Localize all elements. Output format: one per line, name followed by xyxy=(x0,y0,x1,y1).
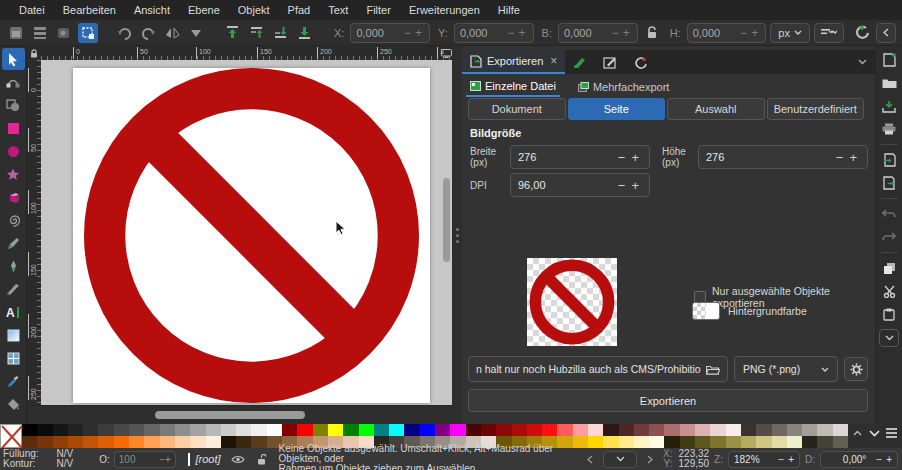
palette-swatch[interactable] xyxy=(190,436,205,448)
background-color-option[interactable]: Hintergrundfarbe xyxy=(692,302,807,320)
palette-swatch[interactable] xyxy=(680,436,695,448)
palette-swatch[interactable] xyxy=(466,424,481,436)
rotate-ccw-icon[interactable] xyxy=(114,23,134,43)
menu-item-hilfe[interactable]: Hilfe xyxy=(489,4,529,16)
tab-transform-icon[interactable] xyxy=(625,50,655,74)
lock-ratio-icon[interactable] xyxy=(642,23,662,43)
palette-swatch[interactable] xyxy=(206,424,221,436)
menu-item-objekt[interactable]: Objekt xyxy=(229,4,279,16)
palette-swatch[interactable] xyxy=(328,424,343,436)
x-minus-button[interactable]: − xyxy=(402,26,413,40)
menu-item-filter[interactable]: Filter xyxy=(357,4,399,16)
dpi-field[interactable]: 96,00 − + xyxy=(510,173,650,197)
width-field[interactable]: 0,000 − + xyxy=(558,23,638,43)
x-field[interactable]: 0,000 − + xyxy=(350,23,430,43)
menu-item-pfad[interactable]: Pfad xyxy=(279,4,320,16)
height-field[interactable]: 0,000 − + xyxy=(687,23,767,43)
current-layer-name[interactable]: [root] xyxy=(195,453,220,465)
height-plus-button[interactable]: + xyxy=(749,26,760,40)
palette-swatch[interactable] xyxy=(512,424,527,436)
flip-vertical-icon[interactable] xyxy=(186,23,206,43)
width-plus-button[interactable]: + xyxy=(621,26,632,40)
scale-options-dropdown[interactable] xyxy=(814,23,844,43)
area-dokument-button[interactable]: Dokument xyxy=(468,98,566,120)
y-field[interactable]: 0,000 − + xyxy=(454,23,534,43)
palette-swatch[interactable] xyxy=(389,424,404,436)
palette-swatch[interactable] xyxy=(420,424,435,436)
palette-swatch[interactable] xyxy=(144,436,159,448)
palette-swatch[interactable] xyxy=(251,424,266,436)
x-plus-button[interactable]: + xyxy=(413,26,424,40)
palette-swatch[interactable] xyxy=(68,424,83,436)
zoom-plus[interactable]: + xyxy=(788,454,794,465)
palette-swatch[interactable] xyxy=(726,424,741,436)
palette-swatch[interactable] xyxy=(114,436,129,448)
palette-swatch[interactable] xyxy=(496,424,511,436)
tab-mehrfachexport[interactable]: Mehrfachexport xyxy=(574,79,673,96)
palette-swatch[interactable] xyxy=(129,424,144,436)
palette-swatch[interactable] xyxy=(710,436,725,448)
calligraphy-tool[interactable] xyxy=(2,278,25,300)
select-all-layers-icon[interactable] xyxy=(30,23,50,43)
document-page[interactable] xyxy=(73,68,430,403)
palette-swatch[interactable] xyxy=(817,424,832,436)
vertical-scrollbar-thumb[interactable] xyxy=(443,178,450,262)
area-auswahl-button[interactable]: Auswahl xyxy=(667,98,765,120)
export-width-plus[interactable]: + xyxy=(628,150,642,165)
palette-swatch[interactable] xyxy=(144,424,159,436)
height-minus-button[interactable]: − xyxy=(738,26,749,40)
box3d-tool[interactable] xyxy=(2,186,25,208)
palette-swatch[interactable] xyxy=(83,436,98,448)
snap-toggle-icon[interactable] xyxy=(852,23,872,43)
palette-swatch[interactable] xyxy=(695,436,710,448)
export-icon[interactable] xyxy=(880,175,898,191)
palette-swatch[interactable] xyxy=(741,436,756,448)
palette-swatch[interactable] xyxy=(726,436,741,448)
palette-swatch[interactable] xyxy=(221,424,236,436)
save-document-icon[interactable] xyxy=(880,98,898,114)
palette-swatch[interactable] xyxy=(772,436,787,448)
palette-swatch[interactable] xyxy=(53,424,68,436)
palette-swatch[interactable] xyxy=(634,436,649,448)
copy-icon[interactable] xyxy=(880,260,898,276)
palette-swatch[interactable] xyxy=(37,436,52,448)
horizontal-scrollbar[interactable] xyxy=(27,405,452,424)
palette-swatch[interactable] xyxy=(527,424,542,436)
star-tool[interactable] xyxy=(2,163,25,185)
tab-objects-icon[interactable] xyxy=(565,50,595,74)
guide-lock-toggle[interactable] xyxy=(27,46,41,60)
opacity-field[interactable]: 100 − + xyxy=(114,451,176,468)
selector-tool[interactable] xyxy=(2,48,25,70)
palette-swatch[interactable] xyxy=(221,436,236,448)
palette-swatch[interactable] xyxy=(787,436,802,448)
palette-swatch[interactable] xyxy=(98,436,113,448)
palette-swatch[interactable] xyxy=(404,424,419,436)
pencil-tool[interactable] xyxy=(2,232,25,254)
palette-swatch[interactable] xyxy=(817,436,832,448)
layer-lock-toggle[interactable] xyxy=(257,454,267,465)
menu-item-text[interactable]: Text xyxy=(319,4,357,16)
prev-button[interactable] xyxy=(582,451,598,468)
palette-swatch[interactable] xyxy=(649,436,664,448)
export-width-field[interactable]: 276 − + xyxy=(510,145,650,169)
palette-swatch[interactable] xyxy=(282,424,297,436)
zoom-field[interactable]: 182% − + xyxy=(728,451,800,468)
palette-swatch[interactable] xyxy=(236,424,251,436)
palette-scroll-down-button[interactable] xyxy=(868,427,881,439)
commands-overflow-button[interactable] xyxy=(879,329,899,347)
fill-stroke-indicator[interactable]: Füllung: N/V Kontur: N/V xyxy=(0,449,73,469)
menu-item-bearbeiten[interactable]: Bearbeiten xyxy=(54,4,125,16)
palette-swatch[interactable] xyxy=(756,436,771,448)
export-height-plus[interactable]: + xyxy=(846,150,860,165)
raise-to-top-icon[interactable] xyxy=(222,23,242,43)
palette-swatch[interactable] xyxy=(802,436,817,448)
rotate-cw-icon[interactable] xyxy=(138,23,158,43)
area-benutzerdefiniert-button[interactable]: Benutzerdefiniert xyxy=(767,98,865,120)
palette-swatch[interactable] xyxy=(833,424,848,436)
ellipse-tool[interactable] xyxy=(2,140,25,162)
palette-swatch[interactable] xyxy=(772,424,787,436)
palette-swatch[interactable] xyxy=(680,424,695,436)
canvas-viewport[interactable] xyxy=(41,60,452,405)
dropper-tool[interactable] xyxy=(2,370,25,392)
rectangle-tool[interactable] xyxy=(2,117,25,139)
